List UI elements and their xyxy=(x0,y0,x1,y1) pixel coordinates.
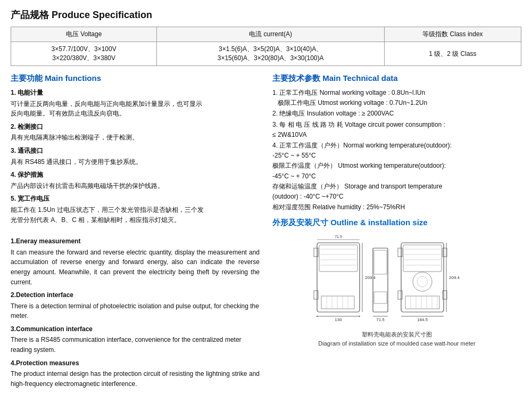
svg-text:209.4: 209.4 xyxy=(449,275,460,280)
col-current: 电流 current(A) xyxy=(157,27,385,42)
fn-en-body-3: There is a RS485 communication interface… xyxy=(11,335,260,355)
tech-data-content: 1. 正常工作电压 Normal working voltage : 0.8Un… xyxy=(272,88,521,212)
svg-rect-16 xyxy=(373,248,388,312)
diagram-caption: 塑料壳电能表的安装尺寸图 Diagram of installation siz… xyxy=(318,330,475,348)
svg-text:130: 130 xyxy=(335,317,342,322)
diagram-svg: 130 209.4 71.5 xyxy=(312,232,482,328)
fn-en-heading-2: 2.Detection interface xyxy=(11,290,260,300)
col-class: 等级指数 Class index xyxy=(384,27,521,42)
page-title: 产品规格 Produce Specification xyxy=(11,9,521,21)
diagram-container: 130 209.4 71.5 xyxy=(272,232,521,348)
fn-cn-heading-4: 4. 保护措施 xyxy=(11,170,260,180)
tech-item-2: 2. 绝缘电压 Insulation voltage : ≥ 2000VAC xyxy=(272,109,521,119)
tech-data-title: 主要技术参数 Main Technical data xyxy=(272,73,521,84)
tech-item-3: 3. 每 相 电 压 线 路 功 耗 Voltage circuit power… xyxy=(272,120,521,140)
cell-class: 1 级、2 级 Class xyxy=(384,42,521,66)
svg-point-27 xyxy=(413,272,432,291)
fn-en-heading-5: 5.Wide range of working voltage xyxy=(11,392,260,394)
main-functions-content: 1. 电能计量 可计量正反两向电量，反向电能与正向电能累加计量显示，也可显示反向… xyxy=(11,88,260,394)
svg-point-28 xyxy=(417,276,428,287)
svg-text:71.5: 71.5 xyxy=(376,317,385,322)
fn-cn-heading-2: 2. 检测接口 xyxy=(11,122,260,132)
col-voltage: 电压 Voltage xyxy=(11,27,157,42)
svg-rect-1 xyxy=(319,245,358,272)
fn-cn-heading-1: 1. 电能计量 xyxy=(11,88,260,98)
svg-rect-43 xyxy=(398,291,402,299)
fn-en-heading-4: 4.Protection measures xyxy=(11,358,260,368)
fn-en-heading-3: 3.Communication interface xyxy=(11,324,260,334)
cell-voltage: 3×57.7/100V、3×100V 3×220/380V、3×380V xyxy=(11,42,157,66)
fn-en-body-1: It can measure the forward and reverse e… xyxy=(11,248,260,287)
cell-current: 3×1.5(6)A、3×5(20)A、3×10(40)A、 3×15(60)A、… xyxy=(157,42,385,66)
main-functions-section: 主要功能 Main functions 1. 电能计量 可计量正反两向电量，反向… xyxy=(11,73,260,394)
fn-cn-body-2: 具有光电隔离脉冲输出检测端子，便于检测。 xyxy=(11,133,260,143)
fn-cn-body-1: 可计量正反两向电量，反向电能与正向电能累加计量显示，也可显示反向电能量。可有效防… xyxy=(11,99,260,119)
svg-rect-18 xyxy=(374,292,387,303)
tech-item-1: 1. 正常工作电压 Normal working voltage : 0.8Un… xyxy=(272,88,521,108)
fn-en-heading-1: 1.Eneray measurement xyxy=(11,236,260,247)
outline-title: 外形及安装尺寸 Outline & installation size xyxy=(272,218,521,228)
svg-text:184.5: 184.5 xyxy=(417,317,428,322)
svg-rect-29 xyxy=(405,296,439,309)
fn-cn-body-4: 产品内部设计有抗雷击和高频电磁场干扰的保护线路。 xyxy=(11,181,260,191)
tech-item-5: 相对湿度范围 Relative humidity : 25%~75%RH xyxy=(272,202,521,212)
svg-rect-41 xyxy=(314,291,318,299)
main-functions-title: 主要功能 Main functions xyxy=(11,73,260,84)
svg-rect-40 xyxy=(314,248,318,257)
fn-cn-heading-5: 5. 宽工作电压 xyxy=(11,194,260,204)
svg-text:209.4: 209.4 xyxy=(365,275,376,280)
svg-text:71.5: 71.5 xyxy=(335,235,342,239)
svg-rect-22 xyxy=(403,245,442,272)
svg-rect-42 xyxy=(398,248,402,257)
svg-rect-17 xyxy=(374,250,387,274)
svg-rect-0 xyxy=(317,243,360,312)
fn-en-body-4: The product internal design has the prot… xyxy=(11,369,260,389)
fn-cn-heading-3: 3. 通讯接口 xyxy=(11,146,260,156)
fn-cn-body-3: 具有 RS485 通讯接口，可方便用于集抄系统。 xyxy=(11,157,260,167)
fn-cn-body-5: 能工作在 1.5Un 过电压状态下，用三个发光管指示是否缺相，三个发光管分别代表… xyxy=(11,205,260,225)
tech-item-4: 4. 正常工作温度（户外）Normal working temperature(… xyxy=(272,141,521,202)
fn-en-body-2: There is a detection terminal of photoel… xyxy=(11,301,260,321)
svg-rect-6 xyxy=(321,296,354,309)
spec-table: 电压 Voltage 电流 current(A) 等级指数 Class inde… xyxy=(11,27,521,66)
right-column: 主要技术参数 Main Technical data 1. 正常工作电压 Nor… xyxy=(272,73,521,394)
